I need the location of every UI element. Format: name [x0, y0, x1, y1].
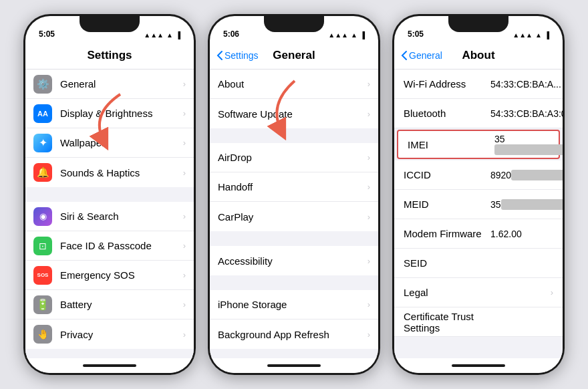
item-software[interactable]: Software Update ›: [210, 99, 378, 128]
general-label: General: [60, 78, 183, 90]
about-meid: MEID 35██████████: [394, 190, 563, 219]
bluetooth-label: Bluetooth: [404, 108, 490, 119]
item-airdrop[interactable]: AirDrop ›: [210, 143, 378, 172]
handoff-label: Handoff: [218, 181, 368, 192]
gap-p2-3: [210, 275, 378, 290]
home-indicator-2: [267, 364, 321, 367]
back-chevron-3: [401, 50, 408, 61]
about-cert[interactable]: Certificate Trust Settings: [394, 307, 563, 337]
software-label: Software Update: [218, 108, 368, 120]
gap-1: [25, 187, 194, 202]
nav-back-3[interactable]: General: [401, 50, 442, 61]
nav-bar-2: Settings General: [210, 41, 378, 70]
siri-icon: ◉: [33, 207, 52, 226]
signal-icon-3: ▲▲▲: [512, 31, 533, 39]
settings-list-1[interactable]: ⚙️ General › AA Display & Brightness › ✦…: [25, 70, 194, 358]
wifi-icon-3: ▲: [535, 31, 542, 39]
notch-3: [448, 16, 508, 32]
item-bgrefresh[interactable]: Background App Refresh ›: [210, 319, 378, 349]
nav-title-1: Settings: [87, 49, 132, 62]
legal-chevron: ›: [551, 287, 553, 297]
item-display[interactable]: AA Display & Brightness ›: [25, 99, 194, 128]
general-icon: ⚙️: [33, 75, 52, 94]
bgrefresh-chevron: ›: [368, 330, 370, 340]
section-3-phone2: Accessibility ›: [210, 246, 378, 275]
status-icons-2: ▲▲▲ ▲ ▐: [328, 31, 365, 39]
about-section: Wi-Fi Address 54:33:CB:BA:A... Bluetooth…: [394, 70, 563, 337]
wifi-icon-2: ▲: [351, 31, 357, 39]
sos-icon: SOS: [33, 266, 52, 285]
item-sos[interactable]: SOS Emergency SOS ›: [25, 261, 194, 290]
sounds-label: Sounds & Haptics: [60, 167, 183, 178]
bluetooth-value: 54:33:CB:BA:A3:0C: [490, 108, 563, 119]
item-handoff[interactable]: Handoff ›: [210, 172, 378, 202]
wallpaper-icon: ✦: [33, 134, 52, 152]
battery-chevron: ›: [183, 299, 186, 309]
item-faceid[interactable]: ⊡ Face ID & Passcode ›: [25, 231, 194, 261]
bottom-bar-3: [394, 358, 563, 373]
faceid-label: Face ID & Passcode: [60, 240, 183, 251]
battery-icon: 🔋: [33, 295, 52, 314]
item-siri[interactable]: ◉ Siri & Search ›: [25, 202, 194, 231]
display-icon: AA: [33, 104, 52, 123]
section-1-phone1: ⚙️ General › AA Display & Brightness › ✦…: [25, 70, 194, 187]
sos-chevron: ›: [183, 270, 186, 280]
display-label: Display & Brightness: [60, 108, 183, 119]
item-battery[interactable]: 🔋 Battery ›: [25, 290, 194, 319]
airdrop-chevron: ›: [368, 152, 370, 162]
signal-icon-2: ▲▲▲: [328, 31, 348, 39]
item-storage[interactable]: iPhone Storage ›: [210, 290, 378, 319]
nav-back-2[interactable]: Settings: [216, 50, 259, 61]
wallpaper-chevron: ›: [183, 138, 186, 148]
carplay-chevron: ›: [368, 212, 370, 222]
about-wifi: Wi-Fi Address 54:33:CB:BA:A...: [394, 70, 563, 99]
general-chevron: ›: [183, 79, 186, 89]
settings-list-2[interactable]: About › Software Update › AirDrop ›: [210, 70, 378, 358]
privacy-label: Privacy: [60, 329, 183, 340]
signal-icon-1: ▲▲▲: [144, 31, 164, 39]
back-label-2: Settings: [225, 50, 259, 61]
carplay-label: CarPlay: [218, 211, 368, 223]
back-label-3: General: [409, 50, 442, 61]
item-carplay[interactable]: CarPlay ›: [210, 202, 378, 231]
bottom-bar-2: [210, 358, 378, 373]
about-chevron: ›: [368, 79, 370, 89]
battery-icon-2: ▐: [360, 31, 365, 39]
gap-p2-2: [210, 231, 378, 246]
item-privacy[interactable]: 🤚 Privacy ›: [25, 319, 194, 349]
about-imei: IMEI 35 ████████████: [397, 130, 560, 159]
faceid-chevron: ›: [183, 241, 186, 251]
about-modem: Modem Firmware 1.62.00: [394, 219, 563, 249]
bottom-bar-1: [25, 358, 194, 373]
gap-p2-1: [210, 128, 378, 143]
imei-label: IMEI: [408, 139, 494, 150]
nav-bar-1: Settings: [25, 41, 194, 70]
legal-label: Legal: [404, 287, 490, 298]
nav-title-2: General: [273, 49, 315, 62]
accessibility-label: Accessibility: [218, 255, 368, 267]
home-indicator-3: [452, 364, 505, 367]
phone-2: 5:06 ▲▲▲ ▲ ▐ Settings General A: [208, 14, 380, 375]
storage-chevron: ›: [368, 299, 370, 309]
imei-value: 35 ████████████: [494, 134, 563, 155]
about-bluetooth: Bluetooth 54:33:CB:BA:A3:0C: [394, 99, 563, 128]
item-about[interactable]: About ›: [210, 70, 378, 99]
sounds-chevron: ›: [183, 168, 186, 178]
time-3: 5:05: [408, 29, 424, 39]
item-general[interactable]: ⚙️ General ›: [25, 70, 194, 99]
notch-2: [264, 16, 324, 32]
item-sounds[interactable]: 🔔 Sounds & Haptics ›: [25, 158, 194, 187]
wallpaper-label: Wallpaper: [60, 137, 183, 148]
privacy-chevron: ›: [183, 330, 186, 340]
gap-2: [25, 349, 194, 358]
about-legal[interactable]: Legal ›: [394, 278, 563, 307]
meid-label: MEID: [404, 199, 490, 210]
bgrefresh-label: Background App Refresh: [218, 329, 368, 340]
section-2-phone2: AirDrop › Handoff › CarPlay ›: [210, 143, 378, 231]
modem-value: 1.62.00: [490, 229, 553, 239]
airdrop-label: AirDrop: [218, 152, 368, 163]
wifi-value: 54:33:CB:BA:A...: [490, 79, 561, 90]
item-wallpaper[interactable]: ✦ Wallpaper ›: [25, 128, 194, 158]
item-accessibility[interactable]: Accessibility ›: [210, 246, 378, 275]
phone-3-wrapper: 5:05 ▲▲▲ ▲ ▐ General About: [392, 14, 565, 375]
